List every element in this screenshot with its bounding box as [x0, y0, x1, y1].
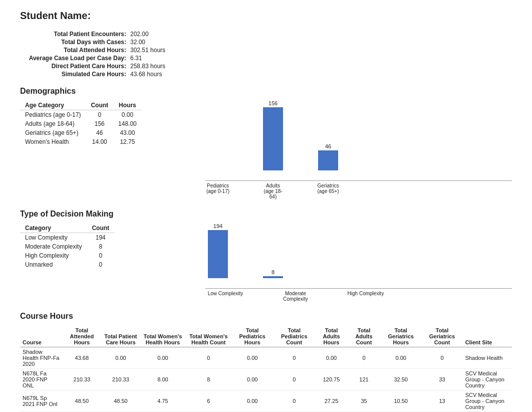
value-avg-case-load: 6.31 [130, 55, 205, 62]
demo-row-label: Geriatrics (age 65+) [20, 128, 86, 137]
womens-health-hours: 8.00 [140, 369, 185, 390]
decision-row-label: Low Complexity [20, 233, 87, 243]
patient-care-hours: 210.33 [102, 369, 140, 390]
summary-row: Total Attended Hours: 302.51 hours [20, 47, 512, 54]
label-total-patient-encounters: Total Patient Encounters: [20, 31, 130, 38]
course-hours-section: Course Total Attended Hours Total Patien… [20, 326, 512, 412]
col-header-age-category: Age Category [20, 101, 86, 110]
table-row: Moderate Complexity 8 [20, 242, 114, 251]
table-row: Adults (age 18-64) 156 148.00 [20, 119, 142, 128]
label-avg-case-load: Average Case Load per Case Day: [20, 55, 130, 62]
table-row: N679L Sp 2021 FNP Onl 48.50 48.50 4.75 6… [20, 390, 512, 412]
womens-health-count: 8 [186, 369, 231, 390]
demo-row-count: 14.00 [86, 137, 113, 146]
decision-making-section: Category Count Low Complexity 194 Modera… [20, 224, 512, 302]
bar-bottom-label: High Complexity [346, 291, 386, 302]
value-total-attended-hours: 302.51 hours [130, 47, 205, 54]
demo-row-hours: 43.00 [113, 128, 142, 137]
demo-row-label: Women's Health [20, 137, 86, 146]
bar-group: 156 [260, 100, 286, 170]
pediatrics-count: 0 [273, 369, 315, 390]
geriatrics-count: 13 [421, 390, 462, 412]
bar-bottom-label: Low Complexity [205, 291, 245, 302]
label-simulated-care: Simulated Care Hours: [20, 71, 130, 78]
value-total-patient-encounters: 202.00 [130, 31, 205, 38]
col-adults-count: Total Adults Count [348, 326, 380, 347]
adults-hours: 120.75 [315, 369, 348, 390]
attended-hours: 210.33 [62, 369, 101, 390]
table-row: High Complexity 0 [20, 251, 114, 260]
col-geriatrics-count: Total Geriatrics Count [421, 326, 462, 347]
bar-value-label: 156 [269, 100, 278, 106]
bar-bottom-label: Moderate Complexity [276, 291, 316, 302]
summary-row: Total Days with Cases: 32.00 [20, 39, 512, 46]
course-name: N678L Fa 2020 FNP ONL [20, 369, 62, 390]
bar-bottom-label: Pediatrics (age 0-17) [205, 183, 230, 199]
bar [208, 230, 228, 278]
geriatrics-hours: 32.50 [380, 369, 421, 390]
adults-count: 0 [348, 347, 380, 369]
demo-row-count: 156 [86, 119, 113, 128]
decision-row-count: 0 [87, 251, 114, 260]
geriatrics-hours: 10.50 [380, 390, 421, 412]
pediatrics-hours: 0.00 [231, 369, 274, 390]
decision-table: Category Count Low Complexity 194 Modera… [20, 224, 114, 269]
table-row: Low Complexity 194 [20, 233, 114, 243]
table-row: Shadow Health FNP-Fa 2020 43.68 0.00 0.0… [20, 347, 512, 369]
decision-row-label: Unmarked [20, 260, 87, 269]
patient-care-hours: 48.50 [102, 390, 140, 412]
demographics-chart: 15646 Pediatrics (age 0-17)Adults (age 1… [200, 101, 512, 199]
geriatrics-count: 0 [421, 347, 462, 369]
summary-row: Simulated Care Hours: 43.68 hours [20, 71, 512, 78]
col-adults-hours: Total Adults Hours [315, 326, 348, 347]
col-pediatrics-hours: Total Pediatrics Hours [231, 326, 274, 347]
demo-row-hours: 148.00 [113, 119, 142, 128]
bar-value-label: 46 [325, 143, 331, 149]
summary-row: Total Patient Encounters: 202.00 [20, 31, 512, 38]
col-header-count: Count [87, 224, 114, 233]
decision-row-count: 8 [87, 242, 114, 251]
col-course: Course [20, 326, 62, 347]
col-client-site: Client Site [463, 326, 512, 347]
col-header-hours: Hours [113, 101, 142, 110]
decision-chart: 1948 Low ComplexityModerate ComplexityHi… [200, 224, 512, 302]
decision-row-count: 0 [87, 260, 114, 269]
womens-health-hours: 4.75 [140, 390, 185, 412]
decision-row-count: 194 [87, 233, 114, 243]
demographics-chart-labels: Pediatrics (age 0-17)Adults (age 18-64)G… [205, 183, 512, 199]
decision-row-label: Moderate Complexity [20, 242, 87, 251]
label-total-attended-hours: Total Attended Hours: [20, 47, 130, 54]
adults-hours: 0.00 [315, 347, 348, 369]
course-name: Shadow Health FNP-Fa 2020 [20, 347, 62, 369]
table-row: Unmarked 0 [20, 260, 114, 269]
label-direct-patient-care: Direct Patient Care Hours: [20, 63, 130, 70]
patient-care-hours: 0.00 [102, 347, 140, 369]
womens-health-hours: 0.00 [140, 347, 185, 369]
course-hours-title: Course Hours [20, 312, 512, 321]
bar-value-label: 194 [213, 223, 222, 229]
bar [318, 150, 338, 170]
value-direct-patient-care: 258.83 hours [130, 63, 205, 70]
col-pediatrics-count: Total Pediatrics Count [273, 326, 315, 347]
value-simulated-care: 43.68 hours [130, 71, 205, 78]
table-row: Geriatrics (age 65+) 46 43.00 [20, 128, 142, 137]
col-patient-care-hours: Total Patient Care Hours [102, 326, 140, 347]
geriatrics-count: 33 [421, 369, 462, 390]
pediatrics-count: 0 [273, 390, 315, 412]
demo-row-hours: 12.75 [113, 137, 142, 146]
demo-row-label: Adults (age 18-64) [20, 119, 86, 128]
bar-group [316, 223, 341, 278]
decision-making-title: Type of Decision Making [20, 210, 512, 219]
table-row: Pediatrics (age 0-17) 0 0.00 [20, 110, 142, 120]
value-total-days: 32.00 [130, 39, 205, 46]
bar-group: 8 [260, 223, 286, 278]
attended-hours: 43.68 [62, 347, 101, 369]
decision-bar-chart: 1948 [205, 224, 512, 289]
demographics-title: Demographics [20, 87, 512, 96]
bar-group [205, 100, 230, 170]
col-header-count: Count [86, 101, 113, 110]
course-hours-table: Course Total Attended Hours Total Patien… [20, 326, 512, 412]
attended-hours: 48.50 [62, 390, 101, 412]
bar [263, 107, 283, 170]
course-name: N679L Sp 2021 FNP Onl [20, 390, 62, 412]
